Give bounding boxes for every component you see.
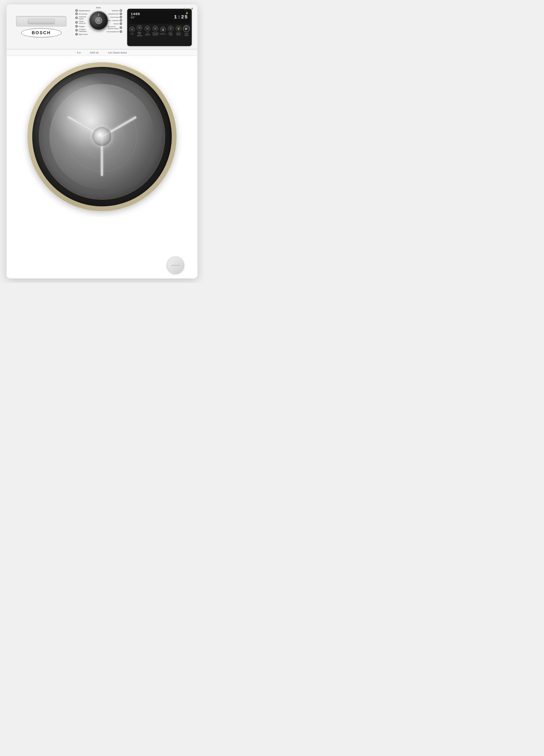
prog-item: Ополіскування ⊙ bbox=[107, 30, 122, 33]
program-labels-right: Бавовна ◉ Бавовна Eko ⊕ Синтетика ◈ Зміш… bbox=[107, 9, 122, 33]
dial-container bbox=[89, 11, 108, 30]
prog-label: Делікатнепрання/ Шовк bbox=[108, 26, 119, 30]
prog-icon: ◎ bbox=[119, 22, 122, 25]
door-icon: 🔒 bbox=[185, 12, 188, 14]
rinse-button[interactable]: ◉ Омолос.+ bbox=[160, 27, 166, 35]
prog-label: Зміш. тканини bbox=[107, 20, 119, 21]
top-panel: BOSCH Вимк. ◎ Відпарювання ⊕ Антиалерг. … bbox=[7, 4, 197, 49]
prog-label: Відпарювання bbox=[79, 10, 90, 12]
right-section: Serie 4 1400 60° 🔒 1:25 bbox=[125, 4, 193, 49]
delay-btn-circle: ⏱ bbox=[167, 26, 174, 32]
brand-name: BOSCH bbox=[32, 30, 51, 35]
display-area: 1400 60° 🔒 1:25 ─ bbox=[129, 11, 190, 24]
prog-icon: ◆ bbox=[119, 19, 122, 22]
vibro-btn-circle: ≋ bbox=[136, 25, 142, 31]
capacity-info: 9 кг bbox=[77, 52, 81, 54]
extra-btn-circle: ⟳ bbox=[152, 26, 158, 32]
filter-cap[interactable] bbox=[167, 257, 184, 274]
bosch-logo: BOSCH bbox=[21, 28, 62, 37]
prog-item: ◇ Ковдри bbox=[75, 25, 90, 28]
vibro-label: Вібро-темп обробка bbox=[136, 32, 143, 37]
display-rpm: 1400 bbox=[131, 12, 140, 16]
drum-center-hub bbox=[92, 127, 112, 146]
prog-item: ◎ Відпарювання bbox=[75, 9, 90, 12]
prog-icon: ◇ bbox=[119, 26, 122, 29]
prog-icon: ◎ bbox=[75, 9, 78, 12]
feature-info: Iron Steam Assist bbox=[108, 52, 127, 54]
prog-label: Сорочки/Блузи bbox=[79, 16, 86, 20]
spin-button[interactable]: ↺ і сть обертів bbox=[144, 26, 151, 36]
prog-icon: ⊕ bbox=[75, 12, 78, 15]
prog-icon: ◇ bbox=[75, 25, 78, 28]
program-dial[interactable] bbox=[89, 11, 108, 30]
prog-icon: ◈ bbox=[75, 16, 78, 19]
prog-label: Ополіскування bbox=[107, 31, 119, 33]
spin-label: і сть обертів bbox=[144, 32, 151, 36]
info-bar: 9 кг 1400 об. Iron Steam Assist bbox=[7, 49, 197, 56]
prog-icon: ◎ bbox=[75, 29, 78, 32]
prog-icon: ⊕ bbox=[119, 12, 122, 15]
bottom-area bbox=[7, 217, 197, 278]
spin-btn-circle: ↺ bbox=[144, 26, 150, 32]
prog-item: ⊖ Відж./Злив bbox=[75, 33, 90, 36]
prog-label: Вовна bbox=[114, 23, 119, 25]
prog-label: Супер15/30 хв. bbox=[79, 20, 86, 24]
prog-icon: ⊙ bbox=[119, 30, 122, 33]
rinse-btn-circle: ◉ bbox=[160, 27, 166, 33]
display-temp: 60° bbox=[131, 16, 140, 19]
display-small-num: ─ bbox=[131, 20, 132, 23]
drum bbox=[49, 84, 155, 189]
prog-label: Відж./Злив bbox=[79, 33, 87, 35]
prog-label: Синтетика bbox=[110, 16, 119, 18]
delay-icon: ⏱ bbox=[170, 28, 171, 30]
prog-item: Вовна ◎ bbox=[114, 22, 122, 25]
spin-icon: ↺ bbox=[146, 28, 148, 30]
extra-button[interactable]: ⟳ Повторна обробка bbox=[152, 26, 159, 36]
prog-item: Бавовна ◉ bbox=[112, 9, 122, 12]
door-outer-ring[interactable] bbox=[27, 62, 176, 211]
vibro-button[interactable]: ≋ Вібро-темп обробка bbox=[136, 25, 143, 37]
speed-btn-circle: ⚡ bbox=[175, 26, 182, 32]
center-section: Вимк. ◎ Відпарювання ⊕ Антиалерг. ◈ Соро… bbox=[72, 4, 125, 49]
spin-info: 1400 об. bbox=[90, 52, 99, 54]
door-glass bbox=[39, 74, 164, 199]
washing-machine: BOSCH Вимк. ◎ Відпарювання ⊕ Антиалерг. … bbox=[7, 4, 197, 278]
prog-label: Бавовна bbox=[112, 10, 119, 12]
buttons-row: ✦ Стан ≋ Вібро-темп обробка ↺ bbox=[129, 25, 190, 37]
prog-item: ⊕ Антиалерг. bbox=[75, 12, 90, 15]
series-label: Serie 4 bbox=[183, 7, 193, 10]
door-section bbox=[7, 56, 197, 217]
extra-icon: ⟳ bbox=[154, 28, 156, 30]
display-top-row: 1400 60° 🔒 1:25 bbox=[131, 12, 188, 20]
extra-label: Повторна обробка bbox=[152, 32, 159, 36]
prog-item: Зміш. тканини ◆ bbox=[107, 19, 122, 22]
speed-label: Speed Perfect bbox=[175, 32, 182, 36]
stain-label: Стан bbox=[130, 33, 134, 35]
filter-line bbox=[171, 265, 180, 266]
start-pause-button[interactable]: ▶ Старт/Пауза bbox=[183, 25, 190, 36]
speed-button[interactable]: ⚡ Speed Perfect bbox=[175, 26, 182, 36]
rinse-icon: ◉ bbox=[162, 29, 164, 31]
stain-icon: ✦ bbox=[131, 29, 133, 31]
stain-button[interactable]: ✦ Стан bbox=[129, 27, 135, 35]
off-label: Вимк. bbox=[96, 7, 101, 9]
start-btn-circle: ▶ bbox=[183, 25, 190, 32]
stain-btn-circle: ✦ bbox=[129, 27, 135, 33]
prog-item: Делікатнепрання/ Шовк ◇ bbox=[108, 26, 122, 30]
prog-icon: ◉ bbox=[119, 9, 122, 12]
start-icon: ▶ bbox=[185, 27, 187, 30]
drawer-handle[interactable] bbox=[28, 19, 54, 24]
control-panel: 1400 60° 🔒 1:25 ─ bbox=[127, 9, 192, 46]
prog-item: Синтетика ◈ bbox=[110, 16, 122, 18]
delay-button[interactable]: ⏱ Замов. через bbox=[167, 26, 174, 36]
dial-marker bbox=[98, 13, 99, 16]
start-label: Старт/Пауза bbox=[184, 33, 188, 36]
prog-item: ◎ Очищен.барабана bbox=[75, 28, 90, 32]
detergent-drawer[interactable] bbox=[16, 16, 66, 27]
prog-label: Бавовна Eko bbox=[108, 13, 119, 15]
display-bottom-row: ─ bbox=[131, 20, 188, 23]
left-section: BOSCH bbox=[11, 16, 72, 37]
brand-oval: BOSCH bbox=[21, 28, 62, 37]
delay-label: Замов. через bbox=[167, 32, 174, 36]
prog-label: Антиалерг. bbox=[79, 13, 87, 15]
